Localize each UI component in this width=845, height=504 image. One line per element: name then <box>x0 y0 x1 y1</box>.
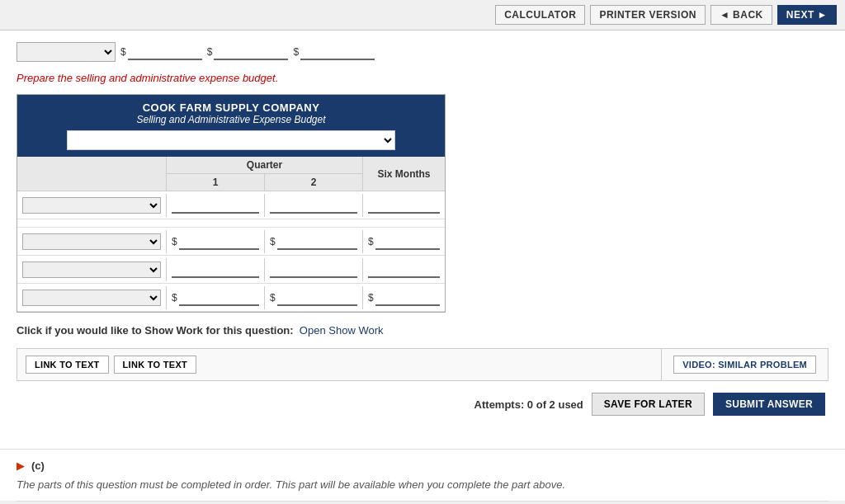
row-3-q1-input[interactable] <box>172 261 259 278</box>
top-input-row: $ $ $ <box>17 39 828 62</box>
label-column-header <box>17 157 166 191</box>
row-4-q2 <box>264 286 362 309</box>
row-4-label <box>17 286 166 309</box>
row-4-q2-input[interactable] <box>277 290 357 306</box>
link-section: LINK TO TEXT LINK TO TEXT <box>17 349 661 380</box>
row-1-q2-input[interactable] <box>270 197 357 214</box>
submit-answer-button[interactable]: SUBMIT ANSWER <box>713 393 825 416</box>
row-2-label <box>17 230 166 253</box>
open-show-work-link[interactable]: Open Show Work <box>300 324 384 337</box>
row-1-q2 <box>264 194 362 217</box>
quarter-label: Quarter <box>167 157 362 174</box>
budget-header: COOK FARM SUPPLY COMPANY Selling and Adm… <box>17 95 445 157</box>
row-4-q1 <box>166 286 264 309</box>
row-2-q1 <box>166 230 264 253</box>
row-4-sm-input[interactable] <box>375 290 440 306</box>
row-4-select[interactable] <box>22 290 161 306</box>
row-2-sm-input[interactable] <box>375 233 440 250</box>
row-1-select[interactable] <box>22 197 161 214</box>
company-name: COOK FARM SUPPLY COMPANY <box>26 101 437 114</box>
top-amount-input-2[interactable] <box>214 44 288 60</box>
row-3-q1 <box>166 258 264 281</box>
dollar-input-3: $ <box>293 44 375 60</box>
row-2-six-months <box>362 230 445 253</box>
show-work-prefix: Click if you would like to Show Work for… <box>17 324 294 337</box>
part-c-section: ▶ (c) The parts of this question must be… <box>0 449 845 501</box>
top-amount-input-1[interactable] <box>128 44 202 60</box>
part-c-header: ▶ (c) <box>17 459 828 472</box>
row-1-sm-input[interactable] <box>368 197 440 214</box>
budget-table: COOK FARM SUPPLY COMPANY Selling and Adm… <box>17 94 446 313</box>
expand-icon[interactable]: ▶ <box>17 459 25 472</box>
video-section: VIDEO: SIMILAR PROBLEM <box>661 349 828 380</box>
main-content: $ $ $ Prepare the selling and administra… <box>0 31 845 449</box>
column-header-row: Quarter 1 2 Six Months <box>17 157 445 191</box>
row-3-select[interactable] <box>22 261 161 278</box>
top-select[interactable] <box>17 42 116 62</box>
row-2-q2-input[interactable] <box>277 233 357 250</box>
back-button[interactable]: ◄ BACK <box>710 5 772 25</box>
dollar-sign-2: $ <box>207 46 213 58</box>
calculator-button[interactable]: CALCULATOR <box>495 5 585 25</box>
row-2-select[interactable] <box>22 233 161 250</box>
part-c-note: The parts of this question must be compl… <box>17 478 828 491</box>
link-to-text-button-2[interactable]: LINK TO TEXT <box>114 356 197 374</box>
link-bar: LINK TO TEXT LINK TO TEXT VIDEO: SIMILAR… <box>17 348 828 381</box>
attempts-text: Attempts: 0 of 2 used <box>474 398 583 411</box>
row-3-q2 <box>264 258 362 281</box>
row-2-q2 <box>264 230 362 253</box>
save-for-later-button[interactable]: SAVE FOR LATER <box>592 393 705 416</box>
quarter-col-1: 1 <box>167 174 264 191</box>
row-4-six-months <box>362 286 445 309</box>
video-similar-problem-button[interactable]: VIDEO: SIMILAR PROBLEM <box>673 356 816 374</box>
quarter-group: Quarter 1 2 <box>166 157 362 191</box>
dollar-sign-3: $ <box>293 46 299 58</box>
top-amount-input-3[interactable] <box>300 44 375 60</box>
next-button[interactable]: NEXT ► <box>777 5 837 25</box>
row-3-six-months <box>362 258 445 281</box>
table-row <box>17 228 445 256</box>
table-row <box>17 284 445 312</box>
row-3-q2-input[interactable] <box>270 261 357 278</box>
bottom-divider <box>17 501 828 504</box>
table-row <box>17 191 445 219</box>
top-nav: CALCULATOR PRINTER VERSION ◄ BACK NEXT ► <box>0 0 845 31</box>
quarter-cols: 1 2 <box>167 174 362 191</box>
row-1-label <box>17 194 166 217</box>
budget-title: Selling and Administrative Expense Budge… <box>26 114 437 125</box>
printer-version-button[interactable]: PRINTER VERSION <box>590 5 706 25</box>
part-c-label: (c) <box>31 459 45 472</box>
row-1-q1 <box>166 194 264 217</box>
dollar-input-2: $ <box>207 44 289 60</box>
row-3-label <box>17 258 166 281</box>
row-2-q1-input[interactable] <box>179 233 259 250</box>
row-1-six-months <box>362 194 445 217</box>
dollar-sign-1: $ <box>120 46 126 58</box>
table-row <box>17 256 445 284</box>
row-3-sm-input[interactable] <box>368 261 440 278</box>
budget-period-select[interactable] <box>67 130 395 150</box>
row-4-q1-input[interactable] <box>179 290 259 306</box>
six-months-header: Six Months <box>362 157 445 191</box>
attempts-row: Attempts: 0 of 2 used SAVE FOR LATER SUB… <box>17 393 828 416</box>
spacer-row <box>17 219 445 228</box>
link-to-text-button-1[interactable]: LINK TO TEXT <box>26 356 109 374</box>
dollar-input-1: $ <box>120 44 202 60</box>
row-1-q1-input[interactable] <box>172 197 259 214</box>
quarter-col-2: 2 <box>264 174 362 191</box>
show-work-row: Click if you would like to Show Work for… <box>17 324 828 337</box>
instruction-text: Prepare the selling and administrative e… <box>17 72 828 84</box>
